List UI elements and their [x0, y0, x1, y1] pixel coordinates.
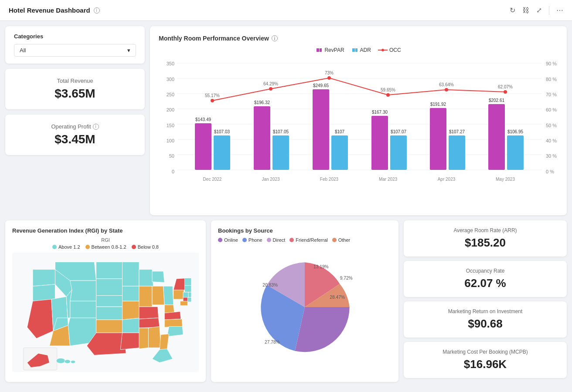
- above-dot: [52, 245, 57, 249]
- arr-card: Average Room Rate (ARR) $185.20: [404, 220, 567, 257]
- state-md: [180, 301, 187, 305]
- phone-dot: [242, 238, 247, 242]
- categories-label: Categories: [14, 33, 136, 40]
- state-ne: [96, 295, 123, 307]
- below-dot: [132, 245, 136, 249]
- svg-text:$106.95: $106.95: [507, 129, 524, 134]
- state-ia: [123, 286, 140, 301]
- total-revenue-card: Total Revenue $3.65M: [5, 69, 145, 109]
- rgi-map-card: Revenue Generation Index (RGI) by State …: [5, 220, 206, 382]
- svg-text:55.17%: 55.17%: [205, 93, 220, 98]
- mroi-label: Marketing Return on Investment: [412, 308, 558, 314]
- svg-text:$107: $107: [335, 129, 345, 134]
- header-right: ↻ ⛓ ⤢ ⋯: [510, 6, 563, 15]
- arr-value: $185.20: [412, 236, 558, 250]
- total-revenue-value: $3.65M: [14, 87, 136, 101]
- occ-line: [212, 78, 505, 101]
- title-info-icon[interactable]: i: [94, 7, 100, 14]
- usa-map-svg: [12, 251, 199, 373]
- bookings-pie-card: Bookings by Source Online Phone Direct F…: [211, 220, 398, 382]
- svg-text:90 %: 90 %: [546, 61, 557, 66]
- categories-select[interactable]: All ▾: [14, 44, 136, 57]
- state-il: [139, 286, 152, 307]
- svg-rect-2: [352, 48, 355, 52]
- page-title: Hotel Revenue Dashboard: [9, 7, 90, 14]
- referral-dot: [289, 238, 294, 242]
- svg-rect-3: [355, 48, 358, 52]
- bar-may-revpar: [488, 104, 505, 170]
- svg-text:$191.92: $191.92: [430, 102, 446, 107]
- svg-text:27.78%: 27.78%: [265, 340, 280, 345]
- dashboard: Categories All ▾ Total Revenue $3.65M Op…: [0, 21, 572, 387]
- bar-feb-revpar: [313, 89, 329, 170]
- left-panel: Categories All ▾ Total Revenue $3.65M Op…: [5, 26, 145, 215]
- occupancy-value: 62.07 %: [412, 277, 558, 290]
- bar-chart-svg: 350 300 250 200 150 100 50 0 90 % 80 % 7…: [159, 57, 558, 205]
- metrics-column: Average Room Rate (ARR) $185.20 Occupanc…: [404, 220, 567, 382]
- state-hi: [56, 358, 65, 363]
- state-ok: [96, 320, 124, 333]
- direct-dot: [267, 238, 271, 242]
- bar-dec-adr: [214, 135, 230, 170]
- header: Hotel Revenue Dashboard i ↻ ⛓ ⤢ ⋯: [0, 0, 572, 21]
- mroi-card: Marketing Return on Investment $90.68: [404, 301, 567, 338]
- svg-text:250: 250: [167, 92, 174, 97]
- link-icon[interactable]: ⛓: [522, 7, 529, 14]
- occ-dot-mar: [386, 93, 390, 97]
- state-nj: [183, 292, 188, 297]
- state-nc: [164, 319, 182, 327]
- pie-container: 28.47% 27.78% 20.83% 13.19% 9.72%: [218, 246, 392, 368]
- svg-text:200: 200: [167, 107, 174, 112]
- svg-text:May 2023: May 2023: [496, 177, 515, 182]
- legend-above: Above 1.2: [52, 244, 80, 250]
- state-ks: [96, 307, 123, 320]
- svg-text:$107.03: $107.03: [214, 129, 230, 134]
- state-sc: [167, 327, 183, 337]
- svg-rect-0: [317, 48, 319, 52]
- occ-dot-may: [504, 90, 507, 94]
- map-title: Revenue Generation Index (RGI) by State: [12, 227, 199, 234]
- bottom-row: Revenue Generation Index (RGI) by State …: [5, 220, 567, 382]
- state-sd: [96, 279, 123, 296]
- chart-info-icon[interactable]: i: [272, 35, 278, 41]
- profit-info-icon[interactable]: i: [93, 124, 99, 130]
- svg-text:60 %: 60 %: [546, 107, 557, 112]
- svg-text:63.64%: 63.64%: [439, 82, 454, 87]
- state-la: [120, 333, 141, 350]
- svg-text:$107.27: $107.27: [449, 129, 465, 134]
- operating-profit-value: $3.45M: [14, 132, 136, 146]
- svg-text:300: 300: [167, 77, 174, 82]
- more-icon[interactable]: ⋯: [556, 6, 563, 14]
- between-dot: [85, 245, 90, 249]
- monthly-chart-card: Monthly Room Performance Overview i RevP…: [150, 26, 567, 215]
- bar-mar-revpar: [371, 116, 388, 170]
- legend-revpar: RevPAR: [316, 47, 344, 53]
- svg-text:9.72%: 9.72%: [340, 276, 353, 280]
- svg-text:350: 350: [167, 61, 174, 66]
- expand-icon[interactable]: ⤢: [536, 6, 542, 14]
- legend-direct: Direct: [267, 237, 286, 243]
- svg-text:100: 100: [167, 138, 174, 143]
- operating-profit-card: Operating Profit i $3.45M: [5, 115, 145, 155]
- state-nh: [184, 285, 191, 292]
- svg-text:$196.32: $196.32: [254, 100, 270, 105]
- bar-chart: 350 300 250 200 150 100 50 0 90 % 80 % 7…: [159, 57, 558, 206]
- arr-label: Average Room Rate (ARR): [412, 227, 558, 233]
- bar-may-adr: [507, 135, 524, 170]
- svg-text:50 %: 50 %: [546, 123, 557, 128]
- state-mo: [123, 301, 141, 320]
- bar-apr-adr: [449, 135, 465, 170]
- svg-text:Dec 2022: Dec 2022: [203, 177, 222, 182]
- mcpb-card: Marketing Cost Per Booking (MCPB) $16.96…: [404, 342, 567, 378]
- svg-text:Apr 2023: Apr 2023: [438, 177, 456, 182]
- svg-point-56: [65, 360, 71, 364]
- chart-legend: RevPAR ADR OCC: [159, 47, 558, 53]
- svg-text:$107.05: $107.05: [273, 129, 289, 134]
- svg-text:64.29%: 64.29%: [263, 81, 278, 86]
- total-revenue-label: Total Revenue: [14, 78, 136, 84]
- refresh-icon[interactable]: ↻: [510, 6, 515, 14]
- svg-text:70 %: 70 %: [546, 92, 557, 97]
- state-ms: [139, 328, 148, 349]
- legend-online: Online: [218, 237, 238, 243]
- legend-below: Below 0.8: [132, 244, 159, 250]
